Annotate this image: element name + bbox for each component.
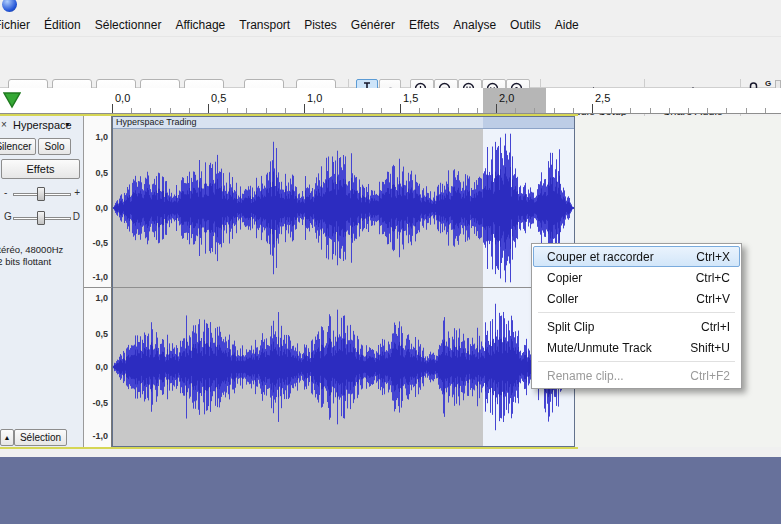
menu-separator [538,312,735,313]
ruler-minor-ticks [112,108,781,113]
toolbar: ▾ Audio Setup Share Audio G D [0,36,781,88]
menu-item-shortcut: Ctrl+F2 [690,369,730,383]
ruler-tick [208,104,209,113]
title-bar [0,0,781,14]
menu-item-aide[interactable]: Aide [548,14,586,36]
menu-item-label: Coller [547,292,578,306]
ruler-tick [592,104,593,113]
tracks-area-margin [0,449,781,457]
menu-item-transport[interactable]: Transport [232,14,297,36]
menu-item-label: Split Clip [547,320,594,334]
ruler-tick [400,104,401,113]
waveform-channel-right[interactable] [112,288,575,446]
effects-button[interactable]: Effets [1,159,80,179]
menu-item-effets[interactable]: Effets [402,14,446,36]
channel-separator [84,287,575,288]
scale-label: 1,0 [95,132,108,142]
context-menu-item-copy[interactable]: Copier Ctrl+C [533,267,740,288]
menu-item-pistes[interactable]: Pistes [297,14,344,36]
menu-item-label: Rename clip... [547,369,624,383]
context-menu-item-mute-unmute-track[interactable]: Mute/Unmute Track Shift+U [533,337,740,358]
pan-slider[interactable]: G D [0,208,84,228]
time-label: 2,0 [499,92,514,104]
context-menu-item-paste[interactable]: Coller Ctrl+V [533,288,740,309]
ruler-tick [304,104,305,113]
empty-project-area [0,457,781,524]
playhead-triangle-icon[interactable] [3,92,21,110]
context-menu-item-cut-and-join[interactable]: Couper et raccorder Ctrl+X [533,246,740,267]
scale-label: 0,0 [95,362,108,372]
clip-header-selection-highlight [483,116,575,129]
slider-thumb[interactable] [37,187,45,201]
track-name[interactable]: Hyperspace [13,119,72,131]
pan-left-label: G [4,211,12,222]
menu-item-generer[interactable]: Générer [344,14,402,36]
slider-thumb[interactable] [37,211,45,225]
scale-label: 0,5 [95,168,108,178]
audacity-window: Fichier Édition Sélectionner Affichage T… [0,0,781,524]
time-label: 0,0 [115,92,130,104]
menu-item-shortcut: Shift+U [690,341,730,355]
gain-min-label: - [4,187,7,198]
time-label: 1,0 [307,92,322,104]
menu-item-shortcut: Ctrl+V [696,292,730,306]
menu-item-affichage[interactable]: Affichage [168,14,232,36]
pan-right-label: D [73,211,80,222]
scale-label: -0,5 [92,398,108,408]
track-format-info: Stéréo, 48000Hz [0,244,63,255]
waveform-channel-left[interactable] [112,129,575,287]
context-menu-item-split-clip[interactable]: Split Clip Ctrl+I [533,316,740,337]
menu-item-fichier[interactable]: Fichier [0,14,37,36]
menu-separator [538,361,735,362]
menu-item-analyse[interactable]: Analyse [446,14,503,36]
solo-button[interactable]: Solo [38,138,71,155]
menu-item-label: Couper et raccorder [547,250,654,264]
menu-item-shortcut: Ctrl+X [696,250,730,264]
mute-button[interactable]: Silencer [0,138,36,155]
context-menu-item-rename-clip: Rename clip... Ctrl+F2 [533,365,740,386]
gain-slider[interactable]: - + [0,184,84,204]
menu-item-shortcut: Ctrl+C [696,271,730,285]
time-label: 1,5 [403,92,418,104]
time-label: 0,5 [211,92,226,104]
timeline-ruler[interactable]: 0,0 0,5 1,0 1,5 2,0 2,5 [0,88,781,114]
ruler-tick [112,104,113,113]
menu-item-shortcut: Ctrl+I [701,320,730,334]
scale-label: 0,5 [95,329,108,339]
time-label: 2,5 [595,92,610,104]
scale-label: 0,0 [95,203,108,213]
menu-item-label: Copier [547,271,582,285]
clip-context-menu: Couper et raccorder Ctrl+X Copier Ctrl+C… [531,243,742,389]
menu-item-selectionner[interactable]: Sélectionner [88,14,169,36]
selection-button[interactable]: Sélection [14,429,67,446]
track-control-panel: × Hyperspace ▼ Silencer Solo Effets - + … [0,116,84,447]
track-menu-caret-icon[interactable]: ▼ [64,121,71,128]
scale-label: -0,5 [92,238,108,248]
vertical-scale-ruler[interactable]: 1,0 0,5 0,0 -0,5 -1,0 1,0 0,5 0,0 -0,5 -… [84,116,112,447]
menu-item-outils[interactable]: Outils [503,14,548,36]
scale-label: 1,0 [95,293,108,303]
collapse-toolbar-button[interactable]: ▲ [0,429,14,446]
menu-item-edition[interactable]: Édition [37,14,88,36]
menu-item-label: Mute/Unmute Track [547,341,652,355]
scale-label: -1,0 [92,272,108,282]
scale-label: -1,0 [92,431,108,441]
track-bitdepth-info: 32 bits flottant [0,256,51,267]
gain-max-label: + [74,187,80,198]
audacity-logo-icon [2,0,17,12]
ruler-tick [496,104,497,113]
close-track-button[interactable]: × [1,119,7,130]
menu-bar: Fichier Édition Sélectionner Affichage T… [0,14,586,36]
